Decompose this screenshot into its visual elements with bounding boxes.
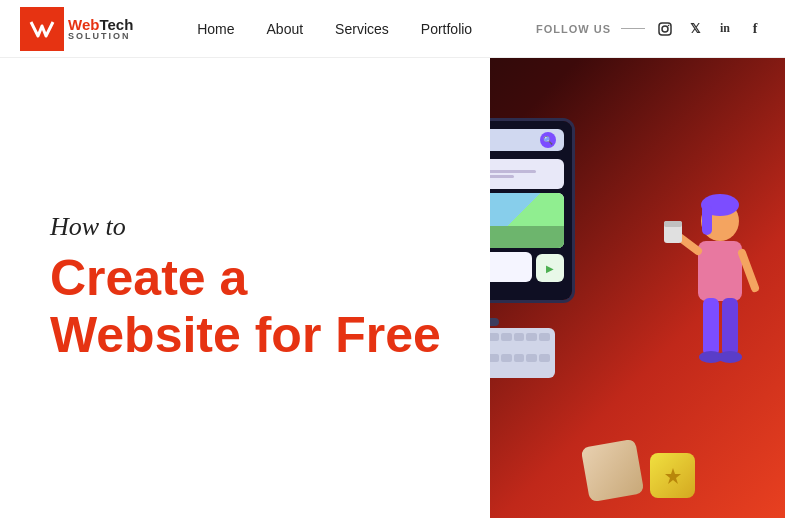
svg-rect-15 [698, 241, 742, 301]
key [514, 354, 525, 362]
nav-link-about[interactable]: About [267, 21, 304, 37]
hero-subtitle: How to [50, 212, 450, 242]
key [501, 333, 512, 341]
svg-rect-18 [702, 205, 712, 235]
nav-link-home[interactable]: Home [197, 21, 234, 37]
nav-item-portfolio[interactable]: Portfolio [421, 20, 472, 38]
play-icon: ▶ [536, 254, 564, 282]
navbar: WebTech SOLUTION Home About Services Por… [0, 0, 785, 58]
hero-text: How to Create a Website for Free [0, 58, 490, 518]
svg-point-26 [718, 351, 742, 363]
svg-rect-23 [703, 298, 719, 356]
svg-rect-24 [722, 298, 738, 356]
instagram-icon[interactable] [655, 19, 675, 39]
nav-item-services[interactable]: Services [335, 20, 389, 38]
svg-marker-28 [665, 468, 681, 484]
bottom-gold-card [650, 453, 695, 498]
svg-rect-0 [659, 23, 671, 35]
facebook-icon[interactable]: f [745, 19, 765, 39]
star-icon [663, 466, 683, 486]
twitter-icon[interactable]: 𝕏 [685, 19, 705, 39]
hero-title: Create a Website for Free [50, 250, 450, 365]
key [539, 333, 550, 341]
logo-tagline: SOLUTION [68, 32, 133, 41]
search-button: 🔍 [540, 132, 556, 148]
key [539, 354, 550, 362]
svg-point-1 [662, 26, 668, 32]
follow-us-label: FOLLOW US [536, 23, 611, 35]
key [526, 333, 537, 341]
svg-point-2 [668, 24, 670, 26]
key [526, 354, 537, 362]
svg-rect-21 [664, 221, 682, 227]
social-icons: 𝕏 in f [655, 19, 765, 39]
bottom-decorations [585, 443, 695, 498]
linkedin-icon[interactable]: in [715, 19, 735, 39]
key [501, 354, 512, 362]
hero-title-line1: Create a [50, 250, 247, 306]
logo-icon [20, 7, 64, 51]
nav-item-about[interactable]: About [267, 20, 304, 38]
svg-line-22 [742, 253, 755, 288]
nav-link-portfolio[interactable]: Portfolio [421, 21, 472, 37]
hero-section: How to Create a Website for Free www. 🔍 … [0, 58, 785, 518]
follow-divider [621, 28, 645, 29]
person-right-svg [660, 133, 785, 383]
bottom-pad [581, 439, 645, 503]
nav-links: Home About Services Portfolio [197, 20, 472, 38]
logo[interactable]: WebTech SOLUTION [20, 7, 133, 51]
logo-text: WebTech SOLUTION [68, 17, 133, 41]
nav-link-services[interactable]: Services [335, 21, 389, 37]
key [514, 333, 525, 341]
hero-title-line2: Website for Free [50, 307, 441, 363]
nav-right: FOLLOW US 𝕏 in f [536, 19, 765, 39]
nav-item-home[interactable]: Home [197, 20, 234, 38]
logo-brand: WebTech [68, 17, 133, 32]
